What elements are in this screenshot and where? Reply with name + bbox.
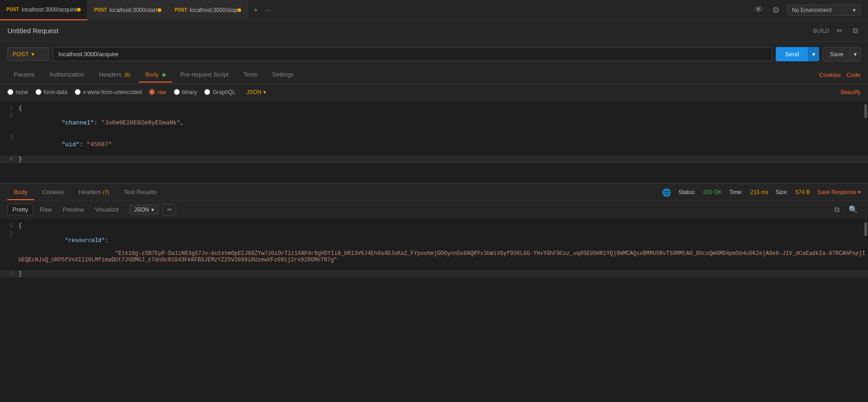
send-dropdown-button[interactable]: ▾ — [808, 47, 819, 61]
tab-url-start: localhost:3000/start — [110, 7, 158, 13]
status-label: Status: — [679, 189, 696, 195]
url-input[interactable] — [53, 47, 772, 61]
req-line-num-1: 1 — [0, 105, 18, 111]
resp-line-3: 3 } — [0, 270, 868, 278]
settings-icon-button[interactable]: ⚙ — [770, 3, 781, 17]
resp-line-content-1: { — [18, 223, 22, 229]
environment-dropdown[interactable]: No Environment ▾ — [787, 5, 861, 16]
save-response-button[interactable]: Save Response ▾ — [817, 189, 861, 195]
response-tab-headers[interactable]: Headers (7) — [72, 185, 116, 200]
req-line-3: 3 "uid": "45687" — [0, 134, 868, 155]
tab-headers[interactable]: Headers (8) — [93, 67, 137, 83]
response-meta: 🌐 Status: 200 OK Time: 213 ms Size: 574 … — [662, 188, 861, 197]
format-right: ⧉ 🔍 — [832, 204, 861, 215]
req-line-num-2: 2 — [0, 112, 18, 119]
req-line-content-2: "channel": "Jo6m9E20E02m9yE5maNk", — [18, 112, 184, 133]
radio-graphql-input[interactable] — [204, 89, 210, 95]
json-selector[interactable]: JSON ▾ — [247, 89, 266, 95]
req-tabs-right: Cookies Code — [819, 71, 861, 78]
response-tab-body[interactable]: Body — [7, 185, 34, 200]
status-value: 200 OK — [703, 189, 722, 195]
radio-raw-input[interactable] — [149, 89, 155, 95]
code-link[interactable]: Code — [846, 71, 861, 78]
response-format-bar: Pretty Raw Preview Visualize JSON ▾ ⇌ ⧉ … — [0, 201, 868, 219]
radio-none[interactable]: none — [7, 89, 28, 95]
edit-icon-button[interactable]: ✏ — [834, 25, 845, 36]
save-response-label: Save Response — [817, 189, 856, 195]
globe-icon: 🌐 — [662, 188, 671, 197]
headers-badge: (8) — [124, 72, 130, 77]
radio-form-data-input[interactable] — [35, 89, 41, 95]
format-selector[interactable]: JSON ▾ — [129, 205, 159, 215]
request-title-bar: Untitled Request BUILD ✏ ⧉ — [0, 20, 868, 41]
tab-dot-acquire — [77, 8, 81, 12]
new-tab-button[interactable]: + — [252, 4, 260, 16]
tab-bar: POST localhost:3000/acquire POST localho… — [0, 0, 868, 20]
request-tabs: Params Authorization Headers (8) Body Pr… — [0, 66, 868, 84]
req-line-content-1: { — [18, 105, 22, 112]
radio-urlencoded[interactable]: x-www-form-urlencoded — [75, 89, 142, 95]
env-label: No Environment — [792, 7, 832, 13]
build-label[interactable]: BUILD — [813, 28, 829, 34]
main-content: Untitled Request BUILD ✏ ⧉ POST ▾ Send ▾… — [0, 20, 868, 402]
response-headers-badge: (7) — [103, 189, 109, 195]
save-btn-group: Save ▾ — [823, 47, 861, 61]
format-tab-preview[interactable]: Preview — [58, 204, 89, 215]
json-chevron-icon: ▾ — [263, 89, 266, 95]
radio-raw[interactable]: raw — [149, 89, 166, 95]
radio-binary[interactable]: binary — [174, 89, 197, 95]
req-line-num-3: 3 — [0, 134, 18, 141]
copy-icon-button[interactable]: ⧉ — [850, 26, 861, 36]
request-body-editor[interactable]: 1 { 2 "channel": "Jo6m9E20E02m9yE5maNk",… — [0, 100, 868, 183]
response-tab-test-results[interactable]: Test Results — [118, 185, 163, 200]
format-tab-raw[interactable]: Raw — [35, 204, 56, 215]
save-button[interactable]: Save — [823, 47, 850, 61]
radio-urlencoded-input[interactable] — [75, 89, 81, 95]
size-label: Size: — [776, 189, 788, 195]
radio-binary-input[interactable] — [174, 89, 180, 95]
radio-graphql[interactable]: GraphQL — [204, 89, 235, 95]
cookies-link[interactable]: Cookies — [819, 71, 841, 78]
tab-stop[interactable]: POST localhost:3000/stop — [168, 0, 248, 20]
request-title: Untitled Request — [7, 27, 59, 35]
format-tab-pretty[interactable]: Pretty — [7, 204, 33, 215]
resp-line-content-3: } — [18, 271, 22, 277]
tab-body[interactable]: Body — [139, 67, 172, 83]
resp-line-content-2: "resourceId": "Etk16g-zSB7EpP-Da1zN63gS7… — [18, 230, 868, 270]
copy-response-button[interactable]: ⧉ — [832, 204, 842, 215]
tab-method-start: POST — [94, 7, 106, 12]
resp-line-2: 2 "resourceId": "Etk16g-zSB7EpP-Da1zN63g… — [0, 230, 868, 270]
radio-none-input[interactable] — [7, 89, 13, 95]
tab-tests[interactable]: Tests — [237, 67, 264, 83]
search-response-button[interactable]: 🔍 — [846, 204, 861, 215]
tab-pre-request[interactable]: Pre-request Script — [174, 67, 235, 83]
tab-settings[interactable]: Settings — [266, 67, 300, 83]
response-tabs-bar: Body Cookies Headers (7) Test Results 🌐 … — [0, 183, 868, 201]
tab-acquire[interactable]: POST localhost:3000/acquire — [0, 0, 88, 20]
method-select[interactable]: POST ▾ — [7, 47, 49, 61]
tab-authorization[interactable]: Authorization — [43, 67, 91, 83]
save-dropdown-button[interactable]: ▾ — [850, 47, 861, 61]
send-button[interactable]: Send — [776, 47, 808, 61]
req-line-2: 2 "channel": "Jo6m9E20E02m9yE5maNk", — [0, 112, 868, 134]
tab-params[interactable]: Params — [7, 67, 41, 83]
response-tab-cookies[interactable]: Cookies — [36, 185, 71, 200]
response-body-editor[interactable]: 1 { 2 "resourceId": "Etk16g-zSB7EpP-Da1z… — [0, 219, 868, 302]
req-editor-scrollbar[interactable] — [864, 104, 867, 118]
eye-icon-button[interactable]: 👁 — [753, 3, 765, 17]
tab-method-acquire: POST — [6, 7, 19, 12]
tab-start[interactable]: POST localhost:3000/start — [88, 0, 168, 20]
resp-line-num-2: 2 — [0, 230, 18, 237]
wrap-button[interactable]: ⇌ — [163, 204, 176, 215]
beautify-button[interactable]: Beautify — [841, 89, 861, 95]
more-tabs-button[interactable]: ··· — [264, 4, 273, 16]
resp-line-num-1: 1 — [0, 223, 18, 229]
resp-line-1: 1 { — [0, 222, 868, 230]
tab-url-stop: localhost:3000/stop — [190, 7, 237, 13]
format-tab-visualize[interactable]: Visualize — [90, 204, 124, 215]
time-value: 213 ms — [750, 189, 768, 195]
radio-form-data[interactable]: form-data — [35, 89, 67, 95]
resp-editor-scrollbar[interactable] — [864, 222, 867, 236]
json-format-label: JSON — [247, 89, 261, 95]
size-value: 574 B — [796, 189, 810, 195]
